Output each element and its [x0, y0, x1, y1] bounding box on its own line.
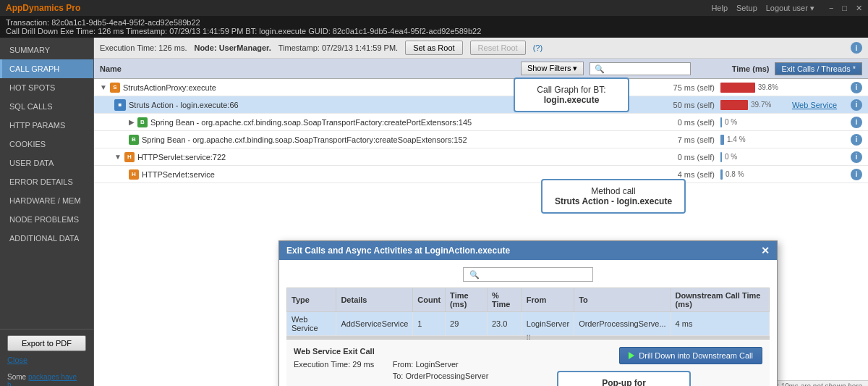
- modal-search-input[interactable]: [463, 267, 593, 282]
- top-bar-left: AppDynamics Pro: [6, 3, 80, 13]
- sidebar-item-user-data[interactable]: USER DATA: [0, 154, 93, 172]
- col-time: Time (ms): [446, 288, 488, 312]
- cell-to: OrderProcessingServe...: [574, 312, 671, 336]
- drill-down-button[interactable]: Drill Down into Downstream Call: [619, 347, 762, 364]
- cell-pct: 23.0: [487, 312, 522, 336]
- col-from: From: [522, 288, 574, 312]
- packages-note: Some packages have b...: [0, 370, 93, 386]
- exit-calls-modal: Exit Calls and Async Activities at Login…: [278, 240, 778, 386]
- sidebar-item-sql-calls[interactable]: SQL CALLS: [0, 97, 93, 116]
- help-link[interactable]: Help: [711, 4, 728, 13]
- col-to: To: [574, 288, 671, 312]
- sidebar-item-node-problems[interactable]: NODE PROBLEMS: [0, 210, 93, 229]
- modal-close-button[interactable]: ✕: [761, 245, 770, 256]
- col-downstream: Downstream Call Time (ms): [671, 288, 769, 312]
- modal-search: [286, 267, 770, 282]
- minimize-btn[interactable]: −: [829, 4, 833, 13]
- col-type: Type: [287, 288, 336, 312]
- col-pct: % Time: [487, 288, 522, 312]
- maximize-btn[interactable]: □: [842, 4, 847, 13]
- detail-grid: Execution Time: 29 ms From: LoginServer …: [294, 360, 488, 380]
- setup-link[interactable]: Setup: [736, 4, 757, 13]
- sidebar: SUMMARY CALL GRAPH HOT SPOTS SQL CALLS H…: [0, 38, 94, 386]
- cell-from: LoginServer: [522, 312, 574, 336]
- cell-downstream: 4 ms: [671, 312, 769, 336]
- bottom-sidebar: Export to PDF Close: [0, 329, 93, 370]
- transaction-id: Transaction: 82c0a1c1-9db5-4ea4-95f2-acd…: [6, 18, 862, 27]
- cell-time: 29: [446, 312, 488, 336]
- sidebar-item-hot-spots[interactable]: HOT SPOTS: [0, 78, 93, 97]
- sidebar-item-additional-data[interactable]: ADDITIONAL DATA: [0, 229, 93, 248]
- callout-popup: Pop-up for BT:login.execute in Struts Ac…: [557, 371, 691, 386]
- drill-label: Drill Down into Downstream Call: [639, 351, 753, 360]
- to-detail: To: OrderProcessingServer: [393, 372, 489, 380]
- modal-title-bar: Exit Calls and Async Activities at Login…: [279, 241, 777, 260]
- cell-type: Web Service: [287, 312, 336, 336]
- from-detail: From: LoginServer: [393, 360, 489, 369]
- col-count: Count: [413, 288, 446, 312]
- callout-popup-title: Pop-up for BT:login.execute: [567, 378, 681, 386]
- modal-title: Exit Calls and Async Activities at Login…: [286, 246, 510, 256]
- sidebar-item-http-params[interactable]: HTTP PARAMS: [0, 116, 93, 135]
- modal-overlay: Exit Calls and Async Activities at Login…: [94, 38, 868, 386]
- modal-table: Type Details Count Time (ms) % Time From…: [286, 288, 770, 336]
- top-bar: AppDynamics Pro Help Setup Logout user ▾…: [0, 0, 868, 16]
- col-details: Details: [336, 288, 413, 312]
- exec-time-detail: Execution Time: 29 ms: [294, 360, 390, 369]
- sidebar-item-call-graph[interactable]: CALL GRAPH: [0, 59, 93, 78]
- drill-down-info: Call Drill Down Exe Time: 126 ms Timesta…: [6, 27, 862, 35]
- main-layout: SUMMARY CALL GRAPH HOT SPOTS SQL CALLS H…: [0, 38, 868, 386]
- modal-body: Type Details Count Time (ms) % Time From…: [279, 260, 777, 386]
- sidebar-item-hardware-mem[interactable]: HARDWARE / MEM: [0, 191, 93, 210]
- modal-detail: Web Service Exit Call Execution Time: 29…: [286, 339, 770, 386]
- app-logo: AppDynamics Pro: [6, 3, 80, 13]
- close-btn[interactable]: ✕: [856, 4, 862, 13]
- packages-text: Some: [7, 373, 26, 381]
- transaction-bar: Transaction: 82c0a1c1-9db5-4ea4-95f2-acd…: [0, 16, 868, 38]
- content-area: Execution Time: 126 ms. Node: UserManage…: [94, 38, 868, 386]
- cell-count: 1: [413, 312, 446, 336]
- top-bar-right: Help Setup Logout user ▾ − □ ✕: [711, 4, 862, 13]
- logout-link[interactable]: Logout user ▾: [766, 4, 814, 13]
- drill-play-icon: [629, 352, 634, 359]
- sidebar-item-error-details[interactable]: ERROR DETAILS: [0, 172, 93, 191]
- close-link[interactable]: Close: [7, 356, 27, 364]
- sidebar-item-summary[interactable]: SUMMARY: [0, 41, 93, 59]
- export-to-pdf-button[interactable]: Export to PDF: [7, 335, 86, 351]
- detail-title: Web Service Exit Call: [294, 347, 488, 356]
- table-row[interactable]: Web Service AddServiceService 1 29 23.0 …: [287, 312, 770, 336]
- cell-details: AddServiceService: [336, 312, 413, 336]
- sidebar-item-cookies[interactable]: COOKIES: [0, 135, 93, 154]
